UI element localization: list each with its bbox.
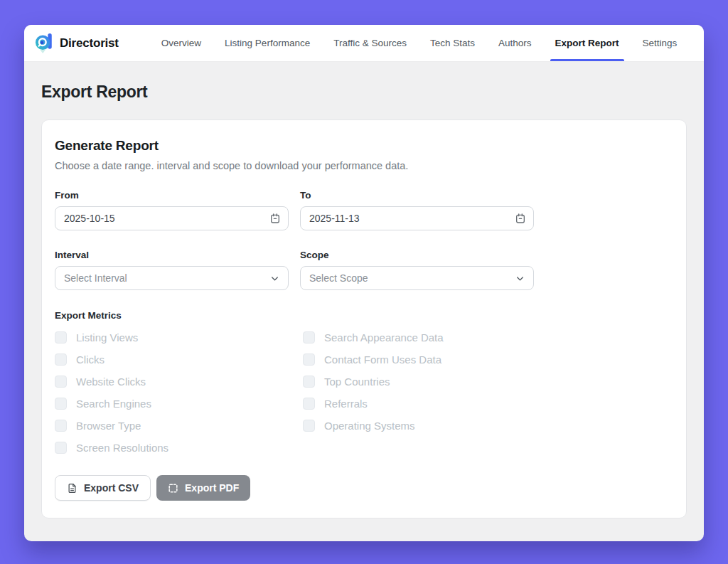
metric-clicks[interactable]: Clicks	[55, 353, 303, 366]
scope-select-value: Select Scope	[309, 272, 368, 284]
chevron-down-icon	[515, 273, 525, 284]
metric-label: Referrals	[324, 398, 368, 410]
desktop-background: Directorist Overview Listing Performance…	[0, 0, 728, 564]
to-label: To	[300, 190, 534, 201]
interval-field-group: Interval Select Interval	[55, 250, 289, 290]
file-document-icon	[67, 483, 77, 494]
tab-authors[interactable]: Authors	[498, 25, 532, 61]
metric-label: Contact Form Uses Data	[324, 353, 441, 366]
interval-scope-row: Interval Select Interval Scope Select Sc…	[55, 250, 673, 290]
brand[interactable]: Directorist	[34, 25, 119, 61]
tab-traffic-sources[interactable]: Traffic & Sources	[333, 25, 407, 61]
metric-search-appearance-data[interactable]: Search Appearance Data	[303, 331, 551, 344]
page-header: Export Report	[24, 62, 704, 119]
checkbox-icon[interactable]	[55, 376, 67, 388]
metric-operating-systems[interactable]: Operating Systems	[303, 420, 551, 432]
metric-label: Search Appearance Data	[324, 331, 444, 344]
tab-overview[interactable]: Overview	[161, 25, 201, 61]
analytics-window: Directorist Overview Listing Performance…	[24, 25, 704, 541]
card-subtitle: Choose a date range. interval and scope …	[55, 160, 673, 171]
metric-top-countries[interactable]: Top Countries	[303, 376, 551, 388]
tab-export-report[interactable]: Export Report	[555, 25, 619, 61]
interval-select[interactable]: Select Interval	[55, 266, 289, 290]
metric-website-clicks[interactable]: Website Clicks	[55, 376, 303, 388]
interval-label: Interval	[55, 250, 289, 260]
metric-label: Clicks	[76, 353, 105, 366]
checkbox-icon[interactable]	[55, 331, 67, 344]
metric-label: Top Countries	[324, 376, 390, 388]
metric-screen-resolutions[interactable]: Screen Resolutions	[55, 442, 303, 454]
checkbox-icon[interactable]	[55, 420, 67, 432]
from-field-group: From	[55, 190, 289, 230]
from-label: From	[55, 190, 289, 201]
scope-select[interactable]: Select Scope	[300, 266, 534, 290]
tab-tech-stats[interactable]: Tech Stats	[430, 25, 475, 61]
metric-referrals[interactable]: Referrals	[303, 398, 551, 410]
checkbox-icon[interactable]	[303, 376, 315, 388]
scope-field-group: Scope Select Scope	[300, 250, 534, 290]
metric-label: Operating Systems	[324, 420, 415, 432]
metric-label: Listing Views	[76, 331, 138, 344]
date-range-row: From To	[55, 190, 673, 230]
tab-settings[interactable]: Settings	[643, 25, 678, 61]
directorist-logo-icon	[34, 33, 55, 54]
calendar-icon[interactable]	[269, 213, 281, 224]
metric-browser-type[interactable]: Browser Type	[55, 420, 303, 432]
page-title: Export Report	[41, 83, 687, 102]
checkbox-icon[interactable]	[55, 398, 67, 410]
export-buttons-row: Export CSV Export PDF	[55, 475, 673, 501]
metrics-column-left: Listing Views Clicks Website Clicks Sear…	[55, 331, 303, 454]
brand-name: Directorist	[60, 36, 119, 50]
export-csv-label: Export CSV	[84, 482, 139, 494]
export-pdf-label: Export PDF	[185, 482, 239, 494]
checkbox-icon[interactable]	[303, 353, 315, 366]
to-field-group: To	[300, 190, 534, 230]
checkbox-icon[interactable]	[55, 353, 67, 366]
chevron-down-icon	[269, 273, 280, 284]
dashed-square-icon	[168, 483, 178, 494]
generate-report-card: Generate Report Choose a date range. int…	[41, 119, 687, 518]
scope-label: Scope	[300, 250, 534, 260]
calendar-icon[interactable]	[515, 213, 526, 224]
metric-listing-views[interactable]: Listing Views	[55, 331, 303, 344]
checkbox-icon[interactable]	[303, 331, 315, 344]
metric-label: Website Clicks	[76, 376, 146, 388]
nav-tabs: Overview Listing Performance Traffic & S…	[161, 25, 677, 61]
interval-select-value: Select Interval	[64, 272, 127, 284]
tab-listing-performance[interactable]: Listing Performance	[225, 25, 310, 61]
top-navbar: Directorist Overview Listing Performance…	[24, 25, 704, 62]
checkbox-icon[interactable]	[303, 398, 315, 410]
export-pdf-button[interactable]: Export PDF	[156, 475, 250, 501]
from-date-input[interactable]	[55, 206, 289, 230]
metric-search-engines[interactable]: Search Engines	[55, 398, 303, 410]
metric-label: Browser Type	[76, 420, 141, 432]
metrics-column-right: Search Appearance Data Contact Form Uses…	[303, 331, 551, 454]
export-metrics-label: Export Metrics	[55, 310, 673, 321]
metric-label: Screen Resolutions	[76, 442, 168, 454]
checkbox-icon[interactable]	[303, 420, 315, 432]
metrics-grid: Listing Views Clicks Website Clicks Sear…	[55, 331, 673, 454]
metric-contact-form-uses-data[interactable]: Contact Form Uses Data	[303, 353, 551, 366]
export-csv-button[interactable]: Export CSV	[55, 475, 151, 501]
to-date-input[interactable]	[300, 206, 534, 230]
checkbox-icon[interactable]	[55, 442, 67, 454]
metric-label: Search Engines	[76, 398, 151, 410]
card-title: Generate Report	[55, 138, 673, 154]
